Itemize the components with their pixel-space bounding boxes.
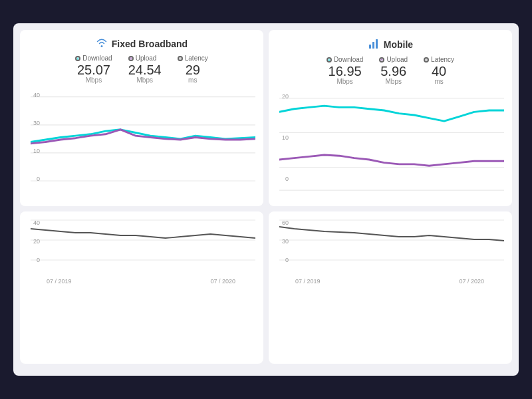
fixed-broadband-metrics: Download 25.07 Mbps Upload 24.54 Mbps	[28, 55, 255, 84]
mobile-chart: 20 10 0	[277, 90, 504, 198]
main-container: Fixed Broadband Download 25.07 Mbps	[13, 23, 519, 376]
mobile-download-dot	[327, 57, 332, 63]
mobile-latency-metric: Latency 40 ms	[424, 56, 454, 85]
mobile-latency-panel: 60 30 0 07 / 2019 07 / 2020	[269, 211, 512, 364]
mobile-metrics: Download 16.95 Mbps Upload 5.96 Mbps	[277, 56, 504, 85]
mobile-upload-dot	[379, 57, 384, 63]
mobile-y-axis: 20 10 0	[282, 90, 289, 185]
mobile-download-metric: Download 16.95 Mbps	[327, 56, 363, 85]
mobile-icon	[368, 38, 380, 51]
fixed-broadband-chart: 40 30 10 0	[28, 89, 255, 198]
latency-dot	[178, 56, 183, 61]
mobile-upload-metric: Upload 5.96 Mbps	[379, 56, 408, 85]
svg-rect-7	[376, 39, 378, 49]
svg-point-8	[426, 59, 428, 61]
svg-rect-6	[372, 42, 374, 49]
wifi-icon	[96, 38, 108, 49]
fixed-upload-metric: Upload 24.54 Mbps	[128, 55, 162, 84]
upload-dot	[128, 56, 134, 61]
svg-rect-5	[369, 45, 371, 49]
fixed-latency-metric: Latency 29 ms	[178, 55, 208, 84]
fixed-download-metric: Download 25.07 Mbps	[75, 55, 112, 84]
mobile-latency-y-axis: 60 30 0	[282, 217, 289, 266]
fixed-x-axis: 07 / 2019 07 / 2020	[28, 278, 255, 285]
mobile-latency-dot	[424, 57, 429, 63]
download-dot	[75, 56, 80, 61]
mobile-x-axis: 07 / 2019 07 / 2020	[277, 278, 504, 285]
fixed-broadband-title: Fixed Broadband	[28, 38, 255, 49]
fixed-latency-y-axis: 40 20 0	[33, 217, 40, 266]
fixed-y-axis: 40 30 10 0	[33, 89, 40, 185]
mobile-panel: Mobile Download 16.95 Mbps Upload	[269, 30, 512, 206]
svg-point-0	[179, 57, 181, 59]
fixed-broadband-panel: Fixed Broadband Download 25.07 Mbps	[20, 30, 263, 206]
fixed-latency-panel: 40 20 0 07 / 2019 07 / 2020	[20, 211, 263, 364]
mobile-title: Mobile	[277, 38, 504, 51]
